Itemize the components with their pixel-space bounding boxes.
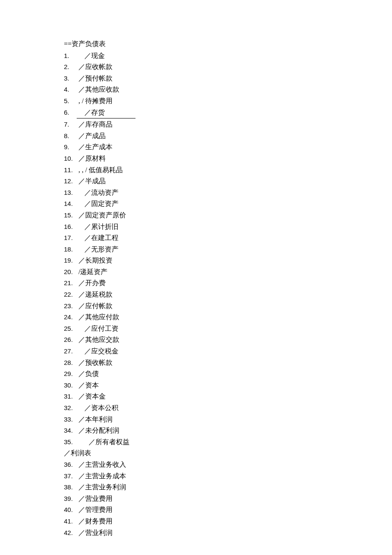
list-item-text: ／资本公积 — [77, 402, 118, 413]
subheading-profit: ／利润表 — [64, 448, 320, 459]
list-item-text: ／管理费用 — [77, 504, 112, 515]
list-item-number: 42. — [64, 528, 77, 538]
list-item: 31.／资本金 — [64, 391, 320, 402]
list-item-number: 21. — [64, 278, 77, 288]
list-item: 7.／库存商品 — [64, 119, 320, 130]
list-item: 17.／在建工程 — [64, 232, 320, 243]
list-item-number: 33. — [64, 414, 77, 425]
list-item: 22.／递延税款 — [64, 289, 320, 300]
list-item-text: ／库存商品 — [77, 119, 112, 130]
list-item-number: 23. — [64, 301, 77, 311]
list-item-text: ／固定资产 — [77, 198, 118, 209]
list-item-text: ／累计折旧 — [77, 221, 118, 232]
list-item: 9.／生产成本 — [64, 142, 320, 153]
list-item: 36.／主营业务收入 — [64, 459, 320, 470]
list-item: 11., , / 低值易耗品 — [64, 165, 320, 176]
list-balance-sheet: 1.／现金2.／应收帐款3.／预付帐款4.／其他应收款5., / 待摊费用6.／… — [64, 50, 320, 448]
list-item-number: 29. — [64, 369, 77, 379]
heading-balance-sheet: ==资产负债表 — [64, 38, 320, 49]
list-profit: 36.／主营业务收入37.／主营业务成本38.／主营业务利润39.／营业费用40… — [64, 459, 320, 538]
list-item: 3.／预付帐款 — [64, 73, 320, 84]
list-item-number: 32. — [64, 403, 77, 413]
list-item: 27.／应交税金 — [64, 346, 320, 357]
list-item-text: ／预收帐款 — [77, 357, 112, 368]
list-item: 5., / 待摊费用 — [64, 95, 320, 107]
list-item: 2.／应收帐款 — [64, 61, 320, 72]
list-item-text: ／在建工程 — [77, 232, 118, 243]
list-item-text: ／原材料 — [77, 153, 106, 164]
list-item: 13.／流动资产 — [64, 187, 320, 198]
list-item-number: 35. — [64, 437, 77, 447]
list-item-text: ／资本 — [77, 380, 99, 391]
list-item-number: 6. — [64, 107, 77, 118]
list-item-text: ／应付帐款 — [77, 301, 112, 312]
list-item-text: , , / 低值易耗品 — [77, 165, 123, 176]
list-item-text: ／应付工资 — [77, 323, 118, 334]
list-item-text: ／其他应交款 — [77, 334, 119, 345]
list-item: 25.／应付工资 — [64, 323, 320, 334]
list-item: 6.／存货 — [64, 107, 320, 119]
list-item-number: 28. — [64, 358, 77, 368]
list-item: 33.／本年利润 — [64, 414, 320, 425]
list-item: 16.／累计折旧 — [64, 221, 320, 232]
list-item: 24.／其他应付款 — [64, 312, 320, 323]
list-item-number: 15. — [64, 210, 77, 220]
list-item: 28.／预收帐款 — [64, 357, 320, 368]
list-item-number: 39. — [64, 494, 77, 504]
list-item-number: 22. — [64, 289, 77, 300]
list-item: 29.／负债 — [64, 368, 320, 379]
list-item-number: 41. — [64, 516, 77, 526]
list-item-number: 26. — [64, 335, 77, 345]
list-item-number: 40. — [64, 505, 77, 515]
list-item: 38.／主营业务利润 — [64, 482, 320, 493]
list-item-text: ／半成品 — [77, 176, 106, 187]
list-item: 4.／其他应收款 — [64, 84, 320, 95]
list-item: 19.／长期投资 — [64, 255, 320, 266]
list-item-text: ／负债 — [77, 368, 99, 379]
list-item-number: 13. — [64, 188, 77, 198]
list-item-text: /递延资产 — [77, 266, 107, 278]
list-item-number: 2. — [64, 62, 77, 72]
list-item-text: , / 待摊费用 — [77, 95, 112, 107]
list-item: 23.／应付帐款 — [64, 301, 320, 312]
list-item: 37.／主营业务成本 — [64, 471, 320, 482]
list-item-text: ／本年利润 — [77, 414, 112, 425]
list-item-number: 36. — [64, 460, 77, 470]
list-item-text: ／营业费用 — [77, 493, 112, 504]
list-item-text: ／预付帐款 — [77, 73, 112, 84]
list-item-text: ／递延税款 — [77, 289, 112, 300]
list-item-text: ／应收帐款 — [77, 61, 112, 72]
list-item: 20./递延资产 — [64, 266, 320, 278]
list-item-text: ／产成品 — [77, 130, 106, 142]
list-item: 39.／营业费用 — [64, 493, 320, 504]
list-item-number: 8. — [64, 131, 77, 141]
list-item-text: ／开办费 — [77, 278, 106, 289]
list-item-number: 24. — [64, 312, 77, 322]
list-item-text: ／主营业务成本 — [77, 471, 126, 482]
list-item-text: ／固定资产原价 — [77, 210, 126, 221]
list-item-text: ／未分配利润 — [77, 425, 119, 436]
list-item-text: ／生产成本 — [77, 142, 112, 153]
list-item-number: 10. — [64, 153, 77, 164]
list-item: 41.／财务费用 — [64, 516, 320, 527]
list-item: 15.／固定资产原价 — [64, 210, 320, 221]
document-page: ==资产负债表 1.／现金2.／应收帐款3.／预付帐款4.／其他应收款5., /… — [0, 0, 320, 538]
list-item-number: 25. — [64, 324, 77, 334]
list-item-text: ／无形资产 — [77, 244, 118, 255]
list-item-number: 19. — [64, 255, 77, 266]
list-item-text: ／存货 — [77, 107, 135, 119]
list-item: 42.／营业利润 — [64, 527, 320, 538]
list-item-text: ／应交税金 — [77, 346, 118, 357]
list-item-number: 12. — [64, 176, 77, 186]
list-item-text: ／营业利润 — [77, 527, 112, 538]
list-item: 32.／资本公积 — [64, 402, 320, 413]
list-item: 10.／原材料 — [64, 153, 320, 164]
list-item-text: ／资本金 — [77, 391, 106, 402]
list-item-number: 38. — [64, 482, 77, 492]
list-item-text: ／主营业务利润 — [77, 482, 126, 493]
list-item: 35.／所有者权益 — [64, 436, 320, 448]
list-item-number: 27. — [64, 346, 77, 356]
list-item-number: 31. — [64, 391, 77, 402]
list-item-text: ／其他应收款 — [77, 84, 119, 95]
list-item-number: 4. — [64, 84, 77, 95]
